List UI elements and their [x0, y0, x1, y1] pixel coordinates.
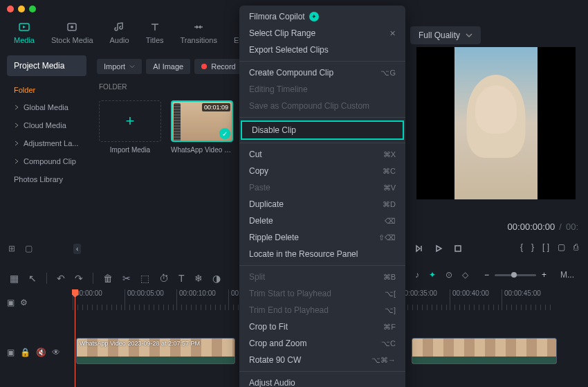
track-visibility-icon[interactable]: 👁 — [52, 348, 60, 357]
left-sidebar: Project Media Folder Global Media Cloud … — [7, 55, 86, 188]
tab-stock-media[interactable]: Stock Media — [51, 21, 93, 44]
menu-separator — [239, 61, 405, 62]
clip-waveform — [77, 357, 235, 363]
stop-button[interactable] — [452, 242, 464, 255]
menu-adjust-audio[interactable]: Adjust Audio — [239, 375, 405, 387]
record-tool-button[interactable]: ⊙ — [445, 270, 452, 280]
track-lock-icon[interactable]: 🔒 — [20, 348, 30, 357]
zoom-in-button[interactable]: + — [542, 270, 546, 280]
track-settings-icon[interactable]: ⚙ — [20, 298, 28, 307]
sidebar-item-cloud-media[interactable]: Cloud Media — [7, 116, 86, 134]
track-controls: ▣ ⚙ ▣ 🔒 🔇 👁 — [7, 289, 69, 360]
play-button[interactable] — [432, 242, 445, 255]
record-dot-icon — [201, 64, 207, 69]
new-folder-button[interactable]: ⊞ — [8, 244, 15, 253]
audio-icon — [113, 21, 126, 33]
colors-button[interactable]: ◑ — [212, 273, 221, 284]
zoom-slider[interactable] — [495, 274, 536, 276]
mark-out-button[interactable]: } — [531, 242, 534, 252]
menu-ripple-delete[interactable]: Ripple Delete⇧⌫ — [239, 229, 405, 246]
chevron-right-icon — [14, 159, 19, 164]
zoom-out-button[interactable]: − — [484, 270, 489, 280]
context-menu: Filmora Copilot✦ Select Clip Range ✕ Exp… — [239, 6, 405, 387]
menu-duplicate[interactable]: Duplicate⌘D — [239, 196, 405, 213]
folder-button[interactable]: ▢ — [25, 244, 33, 253]
mark-in-button[interactable]: { — [520, 242, 523, 252]
chevron-right-icon — [14, 105, 19, 110]
plus-icon: + — [126, 112, 135, 130]
speed-button[interactable]: ⏱ — [159, 273, 169, 284]
ai-image-button[interactable]: AI Image — [146, 59, 190, 74]
timeline-clip[interactable]: WhatsApp Video 2023-09-28 at 2:07:57 PM — [76, 338, 235, 364]
undo-button[interactable]: ↶ — [57, 273, 65, 284]
screen-mode-button[interactable]: ▢ — [558, 242, 565, 252]
transitions-icon — [192, 21, 205, 33]
sidebar-item-global-media[interactable]: Global Media — [7, 98, 86, 116]
playhead[interactable] — [75, 289, 75, 387]
menu-filmora-copilot[interactable]: Filmora Copilot✦ — [239, 8, 405, 25]
markers-button[interactable]: [ ] — [542, 242, 549, 252]
split-button[interactable]: ✂ — [122, 273, 131, 284]
redo-button[interactable]: ↷ — [75, 273, 83, 284]
timeline-clip-continued[interactable] — [412, 338, 557, 364]
sidebar-item-photos-library[interactable]: Photos Library — [7, 170, 86, 188]
delete-button[interactable]: 🗑 — [103, 273, 113, 284]
folder-label[interactable]: Folder — [7, 82, 86, 98]
menu-create-compound[interactable]: Create Compound Clip ⌥G — [239, 64, 405, 81]
text-button[interactable]: T — [178, 273, 185, 284]
audio-tool-button[interactable]: ♪ — [415, 270, 419, 280]
timecode-display: 00:00:00:00 / 00: — [508, 222, 578, 232]
menu-disable-clip[interactable]: Disable Clip — [241, 120, 404, 140]
menu-separator — [239, 117, 405, 118]
preview-tools: { } [ ] ▢ ⎙ — [520, 242, 578, 252]
timecode-current: 00:00:00:00 — [508, 222, 555, 232]
crop-button[interactable]: ⬚ — [140, 273, 149, 284]
snapshot-button[interactable]: ⎙ — [573, 242, 578, 252]
markers-tool-button[interactable]: ✦ — [429, 270, 436, 280]
tab-transitions[interactable]: Transitions — [181, 21, 217, 44]
select-tool-button[interactable]: ▦ — [10, 273, 19, 284]
zoom-control: − + M... — [484, 270, 574, 280]
sidebar-item-adjustment-layer[interactable]: Adjustment La... — [7, 134, 86, 152]
pointer-tool-button[interactable]: ↖ — [28, 273, 37, 284]
menu-crop-and-zoom[interactable]: Crop and Zoom⌥C — [239, 335, 405, 352]
menu-locate-resource[interactable]: Locate in the Resource Panel — [239, 246, 405, 262]
media-grid: + Import Media 00:01:09 ✓ WhatsApp Video… — [99, 100, 233, 163]
menu-export-selected[interactable]: Export Selected Clips — [239, 42, 405, 58]
maximize-window-button[interactable] — [29, 6, 36, 12]
tab-titles[interactable]: Titles — [146, 21, 164, 44]
track-toggle-icon[interactable]: ▣ — [7, 298, 15, 307]
menu-editing-timeline: Editing Timeline — [239, 81, 405, 98]
media-icon — [18, 21, 30, 33]
import-button[interactable]: Import — [97, 59, 142, 74]
collapse-sidebar-button[interactable]: ‹ — [73, 244, 81, 254]
sidebar-footer: ⊞ ▢ — [8, 244, 33, 253]
timeline-menu-label[interactable]: M... — [560, 270, 574, 280]
tab-audio[interactable]: Audio — [110, 21, 129, 44]
media-clip-item[interactable]: 00:01:09 ✓ WhatsApp Video 202... — [171, 100, 233, 163]
menu-separator — [239, 371, 405, 372]
menu-separator — [239, 143, 405, 143]
menu-select-clip-range[interactable]: Select Clip Range ✕ — [239, 25, 405, 42]
close-window-button[interactable] — [7, 6, 14, 12]
transport-controls — [413, 242, 464, 255]
menu-delete[interactable]: Delete⌫ — [239, 213, 405, 229]
quality-dropdown[interactable]: Full Quality — [410, 26, 481, 44]
track-mute-icon[interactable]: 🔇 — [36, 348, 46, 357]
menu-cut[interactable]: Cut⌘X — [239, 146, 405, 163]
freeze-button[interactable]: ❄ — [194, 273, 203, 284]
menu-rotate-cw[interactable]: Rotate 90 CW⌥⌘→ — [239, 352, 405, 368]
menu-crop-to-fit[interactable]: Crop to Fit⌘F — [239, 318, 405, 335]
minimize-window-button[interactable] — [18, 6, 25, 12]
import-media-placeholder[interactable]: + Import Media — [99, 100, 161, 163]
menu-copy[interactable]: Copy⌘C — [239, 163, 405, 179]
timeline-right-tools: ♪ ✦ ⊙ ◇ — [415, 270, 468, 280]
track-header-row1: ▣ ⚙ — [7, 295, 69, 310]
tab-media[interactable]: Media — [14, 21, 35, 44]
sidebar-item-compound-clip[interactable]: Compound Clip — [7, 152, 86, 170]
project-media-header[interactable]: Project Media — [7, 55, 86, 76]
step-forward-button[interactable] — [413, 242, 425, 255]
track-video-icon[interactable]: ▣ — [7, 348, 15, 357]
svg-point-2 — [71, 26, 73, 28]
keyframe-button[interactable]: ◇ — [462, 270, 468, 280]
